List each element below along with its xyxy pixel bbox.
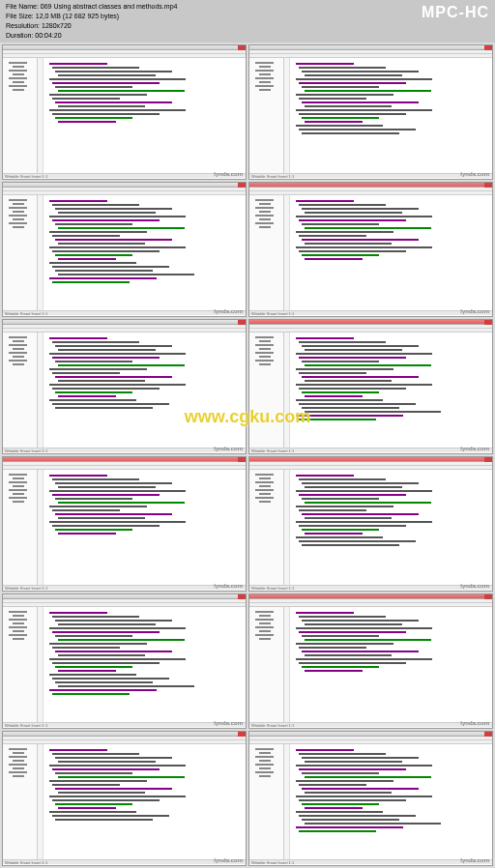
status-bar: Writable Smart Insert 1:1 (3, 310, 246, 315)
lynda-watermark: lynda.com (460, 446, 489, 451)
status-bar: Writable Smart Insert 1:1 (249, 310, 492, 315)
ide-body (249, 195, 492, 310)
code-editor (290, 195, 492, 310)
close-icon (238, 320, 246, 325)
status-bar: Writable Smart Insert 1:1 (249, 585, 492, 590)
lynda-watermark: lynda.com (460, 171, 489, 177)
player-name: MPC-HC (422, 4, 489, 41)
lynda-watermark: lynda.com (460, 857, 489, 863)
file-size-label: File Size: (6, 13, 34, 19)
status-bar: Writable Smart Insert 1:1 (249, 722, 492, 727)
file-size-value: 12,0 MB (12 682 925 bytes) (36, 13, 119, 19)
watermark-center: www.cgku.com (185, 407, 310, 427)
thumbnail-frame[interactable]: Writable Smart Insert 1:1 lynda.com (2, 319, 247, 454)
status-bar: Writable Smart Insert 1:1 (249, 448, 492, 452)
thumbnail-frame[interactable]: Writable Smart Insert 1:1 lynda.com (2, 44, 247, 180)
status-bar: Writable Smart Insert 1:1 (3, 859, 246, 864)
thumbnail-frame[interactable]: Writable Smart Insert 1:1 lynda.com (2, 456, 247, 592)
code-editor (290, 58, 492, 173)
resolution-value: 1280x720 (42, 22, 72, 29)
project-tree (3, 333, 38, 448)
close-icon (484, 732, 492, 737)
project-tree (249, 333, 284, 448)
lynda-watermark: lynda.com (460, 308, 489, 314)
file-metadata: File Name: 069 Using abstract classes an… (6, 2, 177, 41)
ide-body (3, 58, 246, 173)
ide-body (3, 744, 246, 859)
close-icon (484, 183, 492, 188)
close-icon (484, 45, 492, 50)
code-editor (44, 744, 246, 859)
project-tree (249, 58, 284, 173)
project-tree (3, 58, 38, 173)
status-bar: Writable Smart Insert 1:1 (249, 173, 492, 178)
code-editor (44, 58, 246, 173)
video-info-header: File Name: 069 Using abstract classes an… (0, 0, 495, 43)
status-bar: Writable Smart Insert 1:1 (3, 585, 246, 590)
duration-label: Duration: (6, 32, 33, 39)
ide-body (249, 744, 492, 859)
thumbnail-frame[interactable]: Writable Smart Insert 1:1 lynda.com (2, 593, 247, 729)
close-icon (238, 183, 246, 188)
close-icon (484, 457, 492, 462)
lynda-watermark: lynda.com (214, 446, 243, 451)
thumbnail-frame[interactable]: Writable Smart Insert 1:1 lynda.com (248, 182, 493, 317)
resolution-label: Resolution: (6, 22, 40, 29)
ide-body (249, 58, 492, 173)
thumbnail-frame[interactable]: Writable Smart Insert 1:1 lynda.com (248, 593, 493, 729)
ide-body (3, 195, 246, 310)
project-tree (3, 607, 38, 722)
file-name-label: File Name: (6, 3, 39, 10)
lynda-watermark: lynda.com (214, 857, 243, 863)
lynda-watermark: lynda.com (460, 720, 489, 726)
code-editor (290, 607, 492, 722)
ide-body (3, 333, 246, 448)
status-bar: Writable Smart Insert 1:1 (3, 722, 246, 727)
thumbnail-frame[interactable]: Writable Smart Insert 1:1 lynda.com (2, 731, 247, 866)
close-icon (484, 594, 492, 599)
duration-value: 00:04:20 (35, 32, 61, 39)
status-bar: Writable Smart Insert 1:1 (3, 448, 246, 452)
ide-body (3, 607, 246, 722)
project-tree (249, 744, 284, 859)
status-bar: Writable Smart Insert 1:1 (3, 173, 246, 178)
lynda-watermark: lynda.com (460, 583, 489, 589)
lynda-watermark: lynda.com (214, 171, 243, 177)
thumbnail-frame[interactable]: Writable Smart Insert 1:1 lynda.com (2, 182, 247, 317)
code-editor (290, 333, 492, 448)
project-tree (3, 470, 38, 585)
thumbnail-frame[interactable]: Writable Smart Insert 1:1 lynda.com (248, 44, 493, 180)
code-editor (290, 470, 492, 585)
thumbnail-frame[interactable]: Writable Smart Insert 1:1 lynda.com (248, 731, 493, 866)
project-tree (3, 744, 38, 859)
ide-body (249, 607, 492, 722)
file-name-value: 069 Using abstract classes and methods.m… (41, 3, 178, 10)
lynda-watermark: lynda.com (214, 583, 243, 589)
ide-body (3, 470, 246, 585)
thumbnail-grid: Writable Smart Insert 1:1 lynda.com Writ… (0, 43, 495, 868)
status-bar: Writable Smart Insert 1:1 (249, 859, 492, 864)
close-icon (238, 45, 246, 50)
thumbnail-frame[interactable]: Writable Smart Insert 1:1 lynda.com (248, 456, 493, 592)
lynda-watermark: lynda.com (214, 308, 243, 314)
code-editor (290, 744, 492, 859)
ide-body (249, 333, 492, 448)
project-tree (249, 607, 284, 722)
close-icon (238, 732, 246, 737)
project-tree (249, 195, 284, 310)
project-tree (3, 195, 38, 310)
close-icon (484, 320, 492, 325)
project-tree (249, 470, 284, 585)
close-icon (238, 457, 246, 462)
ide-body (249, 470, 492, 585)
thumbnail-frame[interactable]: Writable Smart Insert 1:1 lynda.com (248, 319, 493, 454)
lynda-watermark: lynda.com (214, 720, 243, 726)
code-editor (44, 470, 246, 585)
code-editor (44, 607, 246, 722)
code-editor (44, 195, 246, 310)
code-editor (44, 333, 246, 448)
close-icon (238, 594, 246, 599)
